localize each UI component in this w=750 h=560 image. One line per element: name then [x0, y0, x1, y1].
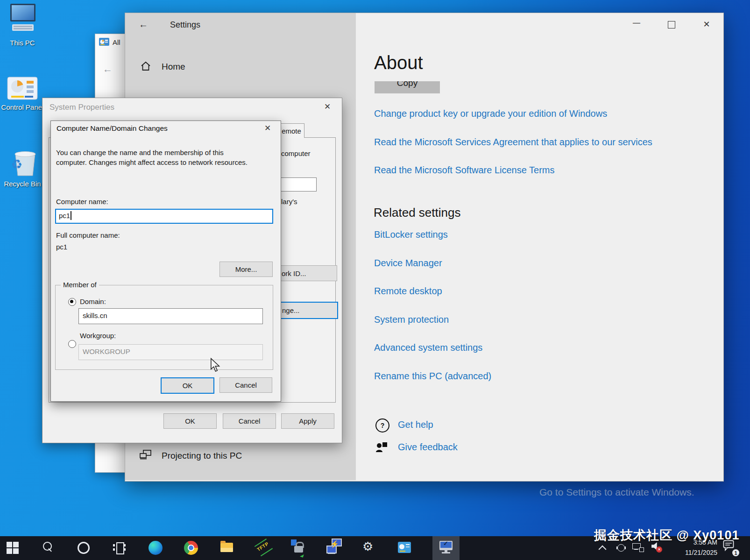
chrome-icon[interactable]	[184, 541, 198, 555]
desktop-icon-this-pc[interactable]: This PC	[0, 3, 45, 47]
dialog-title: Computer Name/Domain Changes	[57, 124, 168, 133]
notification-badge: 1	[732, 549, 739, 556]
system-properties-close-icon[interactable]: ✕	[324, 102, 331, 112]
dialog-cancel-button[interactable]: Cancel	[219, 377, 272, 393]
control-panel-taskbar-icon[interactable]	[398, 542, 411, 553]
link-device-manager[interactable]: Device Manager	[374, 258, 442, 269]
desktop: This PC Control Panel ♻ Recycle Bin Acti…	[0, 0, 750, 560]
domain-radio-label: Domain:	[80, 298, 106, 305]
tab-remote[interactable]: emote	[278, 123, 304, 138]
desktop-icon-label: This PC	[0, 39, 45, 47]
sysprops-text-fragment-marys: lary's	[281, 198, 297, 206]
link-system-protection[interactable]: System protection	[374, 314, 449, 325]
link-give-feedback[interactable]: Give feedback	[398, 442, 458, 453]
minimize-button[interactable]: —	[628, 19, 645, 27]
settings-close-button[interactable]: ✕	[698, 19, 715, 29]
dialog-close-icon[interactable]: ✕	[264, 123, 271, 133]
text-caret	[71, 211, 71, 220]
computer-name-input[interactable]	[55, 209, 273, 224]
link-get-help[interactable]: Get help	[398, 419, 433, 430]
copy-button-label: Copy	[375, 81, 440, 88]
active-app-taskbar-button[interactable]: ✓	[432, 536, 460, 560]
check-glyph: ✓	[443, 540, 448, 547]
tray-app-icon[interactable]	[616, 543, 626, 553]
desktop-icon-label: Recycle Bin	[0, 180, 45, 188]
sidebar-item-home[interactable]: Home	[162, 62, 185, 72]
link-advanced-system-settings[interactable]: Advanced system settings	[374, 342, 482, 353]
link-license-terms[interactable]: Read the Microsoft Software License Term…	[374, 165, 554, 176]
projecting-icon	[140, 450, 152, 460]
settings-window-title: Settings	[170, 20, 200, 30]
mute-x-badge: ✕	[656, 546, 662, 553]
dialog-description-line2: computer. Changes might affect access to…	[56, 158, 248, 166]
computer-name-value: pc1	[59, 212, 70, 220]
link-services-agreement[interactable]: Read the Microsoft Services Agreement th…	[374, 137, 652, 148]
more-button[interactable]: More...	[219, 262, 273, 277]
member-of-label: Member of	[61, 281, 99, 289]
sysprops-apply-button[interactable]: Apply	[281, 413, 334, 429]
full-computer-name-label: Full computer name:	[56, 231, 120, 239]
search-icon[interactable]	[42, 541, 55, 554]
get-help-icon: ?	[375, 418, 389, 432]
copy-button[interactable]: Copy	[375, 81, 440, 93]
task-view-icon[interactable]	[113, 542, 126, 554]
workgroup-value: WORKGROUP	[83, 347, 130, 355]
lightning-glyph: ⚡	[330, 540, 339, 548]
start-button[interactable]	[7, 542, 19, 554]
network-tray-icon[interactable]	[632, 543, 644, 553]
link-change-product-key[interactable]: Change product key or upgrade your editi…	[374, 108, 607, 119]
maximize-button[interactable]	[668, 21, 675, 28]
activate-windows-watermark-sub: Go to Settings to activate Windows.	[539, 487, 694, 498]
sysprops-ok-button[interactable]: OK	[163, 413, 217, 429]
home-icon	[140, 61, 151, 72]
cortana-icon[interactable]	[78, 542, 90, 554]
remote-connection-icon[interactable]: ⚡	[326, 538, 343, 558]
workgroup-radio-label: Workgroup:	[80, 332, 116, 340]
dialog-ok-button[interactable]: OK	[161, 377, 214, 394]
file-explorer-icon[interactable]	[220, 543, 233, 552]
recycle-glyph: ♻	[11, 157, 22, 172]
desktop-icon-label: Control Panel	[0, 103, 45, 111]
desktop-icon-recycle-bin[interactable]: ♻ Recycle Bin	[0, 147, 45, 188]
sysprops-cancel-button[interactable]: Cancel	[223, 413, 276, 429]
control-panel-back-icon[interactable]: ←	[103, 64, 113, 75]
clock-date: 11/21/2025	[666, 548, 717, 558]
desktop-icon-control-panel[interactable]: Control Panel	[0, 77, 45, 111]
settings-gear-icon[interactable]: ⚙	[362, 539, 373, 554]
related-settings-heading: Related settings	[374, 206, 460, 220]
computer-name-label: Computer name:	[56, 198, 108, 206]
page-title-about: About	[374, 52, 423, 73]
give-feedback-icon	[375, 441, 388, 454]
mouse-cursor	[210, 358, 220, 373]
domain-value: skills.cn	[83, 312, 107, 319]
link-remote-desktop[interactable]: Remote desktop	[374, 286, 442, 297]
domain-radio[interactable]	[68, 298, 76, 306]
settings-back-button[interactable]: ←	[139, 19, 148, 30]
control-panel-icon	[7, 77, 38, 100]
dialog-description-line1: You can change the name and the membersh…	[56, 149, 224, 156]
control-panel-window-icon	[99, 38, 109, 46]
system-properties-title: System Properties	[50, 103, 114, 112]
control-panel-window-title: All	[113, 38, 120, 46]
lock-app-icon[interactable]	[290, 539, 306, 557]
question-glyph: ?	[381, 422, 385, 429]
full-computer-name-value: pc1	[56, 243, 67, 251]
sysprops-text-fragment-computer: computer	[281, 149, 311, 157]
link-rename-this-pc[interactable]: Rename this PC (advanced)	[374, 371, 491, 382]
workgroup-radio[interactable]	[68, 340, 76, 348]
this-pc-icon	[6, 3, 39, 35]
community-watermark: 掘金技术社区 @ Xy0101	[594, 527, 739, 544]
edge-icon[interactable]	[149, 541, 163, 555]
sidebar-item-projecting[interactable]: Projecting to this PC	[162, 451, 242, 461]
link-bitlocker-settings[interactable]: BitLocker settings	[374, 229, 448, 240]
